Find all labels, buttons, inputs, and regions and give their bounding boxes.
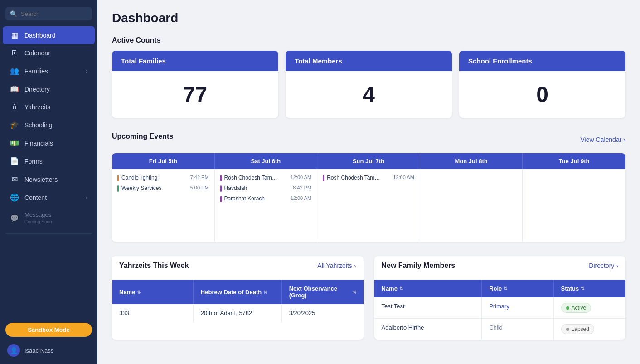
count-card-header: Total Members xyxy=(286,51,452,71)
sort-icon[interactable]: ⇅ xyxy=(504,286,507,291)
event-name: Parashat Korach xyxy=(224,195,288,202)
sidebar-item-newsletters[interactable]: ✉Newsletters xyxy=(3,170,95,188)
sidebar-item-calendar[interactable]: 🗓Calendar xyxy=(3,44,95,62)
event-name: Candle lighting xyxy=(121,175,188,181)
yahrzeits-header: Yahrzeits This Week All Yahrzeits › xyxy=(112,256,364,273)
yahrzeit-table-header: Name ⇅Hebrew Date of Death ⇅Next Observa… xyxy=(112,280,364,304)
yahrzeit-column-header: Name ⇅ xyxy=(112,280,194,304)
events-day-col: Candle lighting 7:42 PM Weekly Services … xyxy=(112,169,215,242)
count-card-school-enrollments: School Enrollments 0 xyxy=(459,51,625,118)
user-name: Isaac Nass xyxy=(24,347,53,354)
nav-icon: 🎓 xyxy=(10,121,19,129)
search-input[interactable] xyxy=(21,10,97,17)
members-table-body: Test Test Primary Active Adalberto Hirth… xyxy=(374,297,626,340)
nav-label: Forms xyxy=(24,158,87,165)
yahrzeits-title: Yahrzeits This Week xyxy=(119,262,189,270)
events-day-header: Sat Jul 6th xyxy=(215,153,318,169)
members-card: New Family Members Directory › Name ⇅Rol… xyxy=(374,256,626,340)
view-calendar-link[interactable]: View Calendar › xyxy=(581,136,625,143)
sort-icon[interactable]: ⇅ xyxy=(399,286,403,291)
nav-icon: ✉ xyxy=(10,175,19,184)
nav-icon: ▦ xyxy=(10,31,19,39)
members-table-header: Name ⇅Role ⇅Status ⇅ xyxy=(374,280,626,297)
sidebar-item-families[interactable]: 👥Families› xyxy=(3,62,95,80)
events-body: Candle lighting 7:42 PM Weekly Services … xyxy=(112,169,625,242)
event-time: 7:42 PM xyxy=(190,175,209,180)
sidebar-bottom: Sandbox Mode 👤 Isaac Nass xyxy=(0,317,97,364)
nav-arrow-icon: › xyxy=(86,68,87,74)
sort-icon[interactable]: ⇅ xyxy=(137,290,141,295)
nav-label: Schooling xyxy=(24,121,87,129)
user-info[interactable]: 👤 Isaac Nass xyxy=(5,342,92,359)
events-day-col: Rosh Chodesh Tam… 12:00 AM Havdalah 8:42… xyxy=(215,169,318,242)
sort-icon[interactable]: ⇅ xyxy=(353,290,356,295)
nav-label: Calendar xyxy=(24,49,87,57)
event-color-dot xyxy=(220,185,222,192)
event-name: Rosh Chodesh Tam… xyxy=(224,175,288,181)
event-name: Havdalah xyxy=(224,185,291,191)
nav-icon: 🗓 xyxy=(10,49,19,57)
nav-icon: 🌐 xyxy=(10,193,19,202)
sort-icon[interactable]: ⇅ xyxy=(263,290,267,295)
nav-label: Directory xyxy=(24,86,87,93)
status-badge: Lapsed xyxy=(561,324,594,334)
sidebar-item-financials[interactable]: 💵Financials xyxy=(3,134,95,152)
yahrzeit-next-observance: 3/20/2025 xyxy=(282,304,364,322)
counts-grid: Total Families 77 Total Members 4 School… xyxy=(112,51,625,118)
event-time: 12:00 AM xyxy=(291,195,311,201)
nav-label: Yahrzeits xyxy=(24,103,87,111)
yahrzeit-column-header: Hebrew Date of Death ⇅ xyxy=(194,280,282,304)
yahrzeit-name: 333 xyxy=(112,304,194,322)
avatar: 👤 xyxy=(7,344,20,357)
status-dot xyxy=(566,328,569,331)
count-card-total-members: Total Members 4 xyxy=(286,51,452,118)
sidebar-item-directory[interactable]: 📖Directory xyxy=(3,80,95,98)
sort-icon[interactable]: ⇅ xyxy=(581,286,584,291)
events-table: Fri Jul 5thSat Jul 6thSun Jul 7thMon Jul… xyxy=(112,153,625,242)
sidebar-item-messages: 💬MessagesComing Soon xyxy=(3,207,95,229)
yahrzeit-table-body: 333 20th of Adar I, 5782 3/20/2025 xyxy=(112,304,364,322)
page-title: Dashboard xyxy=(112,11,625,25)
member-role: Primary xyxy=(482,297,553,318)
yahrzeit-hebrew-date: 20th of Adar I, 5782 xyxy=(194,304,282,322)
events-day-header: Mon Jul 8th xyxy=(420,153,523,169)
directory-link[interactable]: Directory › xyxy=(589,262,618,269)
sidebar-item-yahrzeits[interactable]: 🕯Yahrzeits xyxy=(3,98,95,116)
event-item[interactable]: Havdalah 8:42 PM xyxy=(220,185,312,192)
event-color-dot xyxy=(117,185,119,192)
upcoming-events-title: Upcoming Events xyxy=(112,132,173,141)
sidebar-item-dashboard[interactable]: ▦Dashboard xyxy=(3,26,95,44)
count-card-value: 4 xyxy=(286,71,452,118)
sidebar: 🔍 ⌘+K ▦Dashboard🗓Calendar👥Families›📖Dire… xyxy=(0,0,97,364)
all-yahrzeits-link[interactable]: All Yahrzeits › xyxy=(317,262,356,269)
events-header: Fri Jul 5thSat Jul 6thSun Jul 7thMon Jul… xyxy=(112,153,625,169)
nav-menu: ▦Dashboard🗓Calendar👥Families›📖Directory🕯… xyxy=(0,26,97,230)
chevron-right-icon: › xyxy=(623,136,625,143)
search-bar[interactable]: 🔍 ⌘+K xyxy=(5,7,92,20)
sandbox-mode-button[interactable]: Sandbox Mode xyxy=(5,323,92,337)
nav-icon: 📄 xyxy=(10,157,19,165)
nav-label: MessagesComing Soon xyxy=(24,211,52,225)
status-dot xyxy=(566,306,569,310)
bottom-grid: Yahrzeits This Week All Yahrzeits › Name… xyxy=(112,256,625,340)
sidebar-item-schooling[interactable]: 🎓Schooling xyxy=(3,116,95,134)
member-status: Active xyxy=(554,297,625,318)
events-day-header: Sun Jul 7th xyxy=(317,153,420,169)
nav-icon: 👥 xyxy=(10,67,19,75)
sidebar-item-forms[interactable]: 📄Forms xyxy=(3,152,95,170)
event-item[interactable]: Rosh Chodesh Tam… 12:00 AM xyxy=(220,175,312,181)
count-card-value: 0 xyxy=(459,71,625,118)
event-time: 5:00 PM xyxy=(190,185,209,190)
yahrzeit-row[interactable]: 333 20th of Adar I, 5782 3/20/2025 xyxy=(112,304,364,322)
sidebar-item-content[interactable]: 🌐Content› xyxy=(3,189,95,206)
member-row[interactable]: Test Test Primary Active xyxy=(374,297,626,319)
event-item[interactable]: Parashat Korach 12:00 AM xyxy=(220,195,312,202)
event-item[interactable]: Candle lighting 7:42 PM xyxy=(117,175,209,181)
event-item[interactable]: Weekly Services 5:00 PM xyxy=(117,185,209,192)
yahrzeits-card: Yahrzeits This Week All Yahrzeits › Name… xyxy=(112,256,364,340)
event-item[interactable]: Rosh Chodesh Tam… 12:00 AM xyxy=(323,175,414,181)
member-row[interactable]: Adalberto Hirthe Child Lapsed xyxy=(374,319,626,340)
member-role: Child xyxy=(482,319,553,340)
members-column-header: Status ⇅ xyxy=(554,280,625,297)
event-time: 8:42 PM xyxy=(293,185,311,190)
